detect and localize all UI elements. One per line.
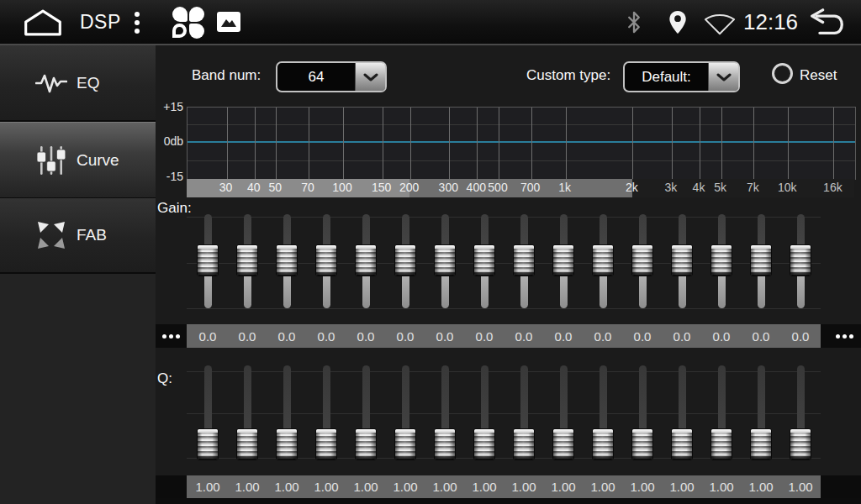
q-slider-thumb-8[interactable] xyxy=(473,428,495,460)
q-slider-thumb-4[interactable] xyxy=(315,428,337,460)
eq-response-plot xyxy=(187,107,856,180)
sliders-icon xyxy=(35,145,67,176)
gain-value-3: 0.0 xyxy=(267,324,307,348)
gallery-icon[interactable] xyxy=(217,12,240,35)
freq-tick-2k: 2k xyxy=(615,181,648,194)
gain-slider-thumb-3[interactable] xyxy=(276,244,298,276)
slider-guide-line xyxy=(187,308,821,309)
custom-type-dropdown[interactable]: Default: xyxy=(623,61,740,92)
gain-slider-thumb-9[interactable] xyxy=(513,244,535,276)
freq-gridline-50 xyxy=(276,108,277,180)
sidebar: EQ Curve xyxy=(0,45,156,504)
gain-slider-thumb-6[interactable] xyxy=(394,244,416,276)
q-slider-thumb-13[interactable] xyxy=(671,428,693,460)
q-slider-thumb-12[interactable] xyxy=(631,428,653,460)
clover-petal-ring xyxy=(172,24,187,38)
sidebar-item-eq[interactable]: EQ xyxy=(0,45,156,122)
q-slider-thumb-9[interactable] xyxy=(513,428,535,460)
freq-tick-10k: 10k xyxy=(770,181,804,194)
gain-slider-thumb-10[interactable] xyxy=(552,244,574,276)
clock: 12:16 xyxy=(743,0,798,44)
gain-value-13: 0.0 xyxy=(663,324,702,348)
freq-gridline-300 xyxy=(449,108,450,180)
freq-gridline-5k xyxy=(721,108,722,180)
q-slider-thumb-11[interactable] xyxy=(592,428,614,460)
q-more-right-button[interactable] xyxy=(821,475,861,498)
gain-slider-thumb-14[interactable] xyxy=(710,244,732,276)
freq-gridline-500 xyxy=(499,108,499,180)
freq-gridline-1k xyxy=(566,108,567,180)
gain-slider-thumb-8[interactable] xyxy=(473,244,495,276)
freq-gridline-40 xyxy=(255,108,256,180)
ellipsis-icon xyxy=(836,334,840,339)
wifi-icon xyxy=(702,13,737,39)
reset-radio[interactable] xyxy=(772,63,793,84)
clover-petal xyxy=(189,24,204,39)
gain-slider-thumb-1[interactable] xyxy=(197,244,219,276)
kebab-dot xyxy=(135,12,140,17)
ellipsis-icon xyxy=(162,334,166,339)
q-value-1: 1.00 xyxy=(188,475,228,498)
q-slider-thumb-3[interactable] xyxy=(276,428,298,460)
y-axis-label-minus15: -15 xyxy=(156,170,183,183)
q-slider-thumb-2[interactable] xyxy=(236,428,258,460)
sidebar-item-label: FAB xyxy=(77,226,107,244)
q-slider-thumb-16[interactable] xyxy=(790,428,811,460)
slider-guide-line xyxy=(187,413,821,414)
reset-label[interactable]: Reset xyxy=(800,67,837,84)
sidebar-item-fab[interactable]: FAB xyxy=(0,198,156,274)
gain-slider-thumb-16[interactable] xyxy=(790,244,811,276)
y-axis-label-plus15: +15 xyxy=(156,100,183,113)
gain-more-right-button[interactable] xyxy=(821,324,861,348)
q-value-15: 1.00 xyxy=(742,475,781,498)
q-slider-thumb-6[interactable] xyxy=(394,428,416,460)
gain-slider-thumb-12[interactable] xyxy=(631,244,653,276)
sidebar-item-curve[interactable]: Curve xyxy=(0,122,156,199)
q-slider-thumb-1[interactable] xyxy=(197,428,219,460)
gain-value-band: 0.00.00.00.00.00.00.00.00.00.00.00.00.00… xyxy=(187,324,821,348)
q-value-11: 1.00 xyxy=(584,475,623,498)
gain-value-15: 0.0 xyxy=(742,324,781,348)
q-value-3: 1.00 xyxy=(267,475,307,498)
freq-gridline-10k xyxy=(788,108,789,180)
gain-slider-thumb-11[interactable] xyxy=(592,244,614,276)
q-slider-thumb-5[interactable] xyxy=(355,428,377,460)
band-num-dropdown[interactable]: 64 xyxy=(276,61,387,92)
freq-tick-100: 100 xyxy=(325,181,359,194)
back-icon[interactable] xyxy=(807,8,849,39)
freq-tick-200: 200 xyxy=(393,181,426,194)
freq-tick-7k: 7k xyxy=(736,181,769,194)
q-slider-thumb-14[interactable] xyxy=(710,428,732,460)
gain-value-2: 0.0 xyxy=(228,324,267,348)
band-num-label: Band num: xyxy=(192,67,261,84)
q-value-16: 1.00 xyxy=(781,475,821,498)
gain-slider-thumb-4[interactable] xyxy=(315,244,337,276)
gain-slider-thumb-2[interactable] xyxy=(236,244,258,276)
gain-value-12: 0.0 xyxy=(623,324,663,348)
q-value-band: 1.001.001.001.001.001.001.001.001.001.00… xyxy=(187,475,821,498)
q-label: Q: xyxy=(157,370,172,387)
gain-slider-thumb-7[interactable] xyxy=(434,244,456,276)
chevron-down-icon[interactable] xyxy=(708,63,738,91)
slider-guide-line xyxy=(187,217,821,218)
chevron-down-icon[interactable] xyxy=(355,63,385,91)
gain-slider-thumb-15[interactable] xyxy=(750,244,772,276)
q-value-6: 1.00 xyxy=(386,475,425,498)
kebab-dot xyxy=(135,29,140,34)
gain-slider-thumb-5[interactable] xyxy=(355,244,377,276)
q-value-row: 1.001.001.001.001.001.001.001.001.001.00… xyxy=(156,475,861,498)
q-slider-thumb-10[interactable] xyxy=(552,428,574,460)
freq-gridline-700 xyxy=(531,108,532,180)
gain-more-left-button[interactable] xyxy=(156,324,187,348)
home-icon[interactable] xyxy=(23,8,63,40)
q-more-left-button[interactable] xyxy=(156,475,187,498)
q-slider-thumb-15[interactable] xyxy=(750,428,772,460)
gain-slider-thumb-13[interactable] xyxy=(671,244,693,276)
q-slider-thumb-7[interactable] xyxy=(434,428,456,460)
custom-type-value: Default: xyxy=(625,63,708,91)
bottom-divider xyxy=(156,498,861,504)
kebab-menu-icon[interactable] xyxy=(135,12,140,34)
freq-tick-16k: 16k xyxy=(816,181,849,194)
apps-clover-icon[interactable] xyxy=(172,7,206,40)
freq-gridline-70 xyxy=(309,108,309,180)
